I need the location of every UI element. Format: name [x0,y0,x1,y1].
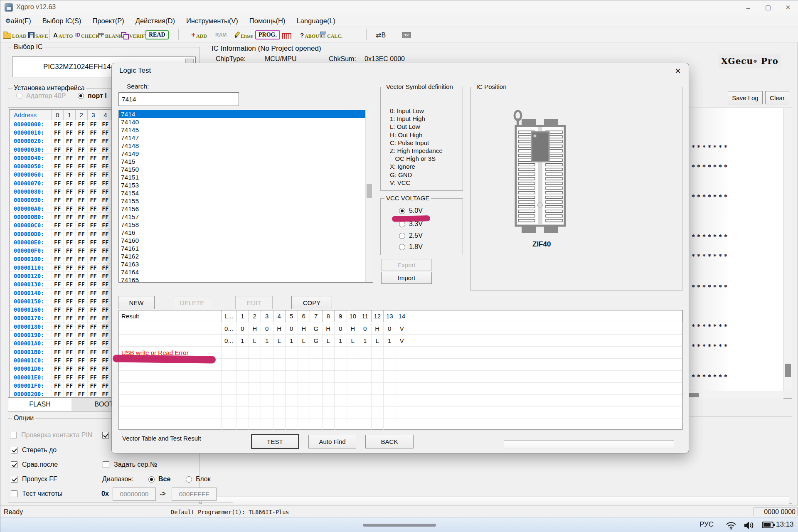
hex-cell[interactable]: FF [76,154,88,162]
about-button[interactable]: ?ABOUT [300,29,323,41]
list-item[interactable]: 74164 [119,268,373,276]
clear-button[interactable]: Clear [765,91,789,104]
hex-cell[interactable]: FF [99,390,111,398]
maximize-icon[interactable]: ▢ [759,0,778,15]
verify-button[interactable]: VERIFY [121,29,148,41]
erase-button[interactable]: Erase [233,29,253,41]
hex-cell[interactable]: FF [76,348,88,356]
hex-cell[interactable]: FF [52,120,64,128]
range-all-radio[interactable] [148,476,155,483]
tv-button[interactable]: TV [402,29,411,41]
verify-after-checkbox[interactable] [11,461,17,468]
list-item[interactable]: 74162 [119,252,373,260]
hex-cell[interactable]: FF [64,281,76,288]
hex-cell[interactable]: FF [76,255,88,263]
add-button[interactable]: +ADD [191,29,207,41]
auto-find-button[interactable]: Auto Find [308,435,356,448]
hex-cell[interactable]: FF [76,162,88,170]
taskbar-clock[interactable]: 13:13 [776,520,794,529]
hex-cell[interactable]: FF [88,120,100,128]
hex-cell[interactable]: FF [52,187,64,195]
list-item[interactable]: 74163 [119,260,373,268]
hex-cell[interactable]: FF [88,179,100,187]
hex-cell[interactable]: FF [64,137,76,145]
hex-cell[interactable]: FF [52,289,64,297]
hex-cell[interactable]: FF [99,272,111,280]
hex-cell[interactable]: FF [64,162,76,170]
hex-cell[interactable]: FF [76,323,88,330]
hex-cell[interactable]: FF [64,373,76,381]
hex-cell[interactable]: FF [64,196,76,204]
hex-cell[interactable]: FF [99,162,111,170]
hex-cell[interactable]: FF [99,306,111,314]
hex-cell[interactable]: FF [52,204,64,212]
new-button[interactable]: NEW [118,296,155,309]
hex-cell[interactable]: FF [64,264,76,271]
hex-cell[interactable]: FF [64,390,76,398]
log-hscrollbar[interactable] [687,391,783,399]
hex-cell[interactable]: FF [88,340,100,347]
list-item[interactable]: 74165 [119,276,373,283]
hex-cell[interactable]: FF [52,145,64,153]
hex-cell[interactable]: FF [64,187,76,195]
hex-cell[interactable]: FF [76,204,88,212]
menu-item-0[interactable]: Файл(F) [5,17,31,25]
hex-cell[interactable]: FF [88,187,100,195]
range-from-input[interactable]: 00000000 [113,488,156,501]
hex-cell[interactable]: FF [88,255,100,263]
minimize-icon[interactable]: – [739,0,758,15]
hex-cell[interactable]: FF [76,145,88,153]
hex-cell[interactable]: FF [88,373,100,381]
hex-cell[interactable]: FF [64,365,76,373]
hex-cell[interactable]: FF [76,120,88,128]
hex-cell[interactable]: FF [52,281,64,288]
hex-cell[interactable]: FF [99,222,111,229]
taskbar-language[interactable]: РУС [699,520,714,529]
hex-cell[interactable]: FF [88,297,100,305]
hex-cell[interactable]: FF [88,196,100,204]
hex-cell[interactable]: FF [88,348,100,356]
hex-cell[interactable]: FF [99,373,111,381]
hex-cell[interactable]: FF [64,289,76,297]
hex-cell[interactable]: FF [52,348,64,356]
hex-cell[interactable]: FF [99,120,111,128]
hex-cell[interactable]: FF [99,289,111,297]
search-input[interactable]: 7414 [118,92,239,106]
hex-cell[interactable]: FF [64,382,76,389]
hex-cell[interactable]: FF [76,365,88,373]
hex-cell[interactable]: FF [88,323,100,330]
hex-cell[interactable]: FF [88,281,100,288]
hex-cell[interactable]: FF [88,289,100,297]
hex-cell[interactable]: FF [52,297,64,305]
hex-cell[interactable]: FF [52,171,64,179]
list-item[interactable]: 74160 [119,236,373,244]
list-item[interactable]: 74140 [119,118,373,126]
hex-cell[interactable]: FF [99,323,111,330]
hex-cell[interactable]: FF [76,213,88,221]
hex-cell[interactable]: FF [99,264,111,271]
hex-cell[interactable]: FF [64,314,76,322]
test-button[interactable]: TEST [251,434,299,449]
hex-cell[interactable]: FF [76,340,88,347]
save-log-button[interactable]: Save Log [728,91,763,104]
vcc-radio-1.8V[interactable] [399,244,405,250]
hex-cell[interactable]: FF [64,272,76,280]
list-item[interactable]: 7414 [119,110,373,118]
hscroll-thumb-icon[interactable] [689,393,699,397]
range-block-radio[interactable] [186,476,192,483]
hex-cell[interactable]: FF [76,128,88,136]
hex-cell[interactable]: FF [99,297,111,305]
hex-cell[interactable]: FF [76,230,88,238]
hex-cell[interactable]: FF [52,255,64,263]
hex-cell[interactable]: FF [88,382,100,389]
hex-cell[interactable]: FF [64,222,76,229]
hex-cell[interactable]: FF [88,145,100,153]
vcc-radio-3.3V[interactable] [399,221,405,227]
list-item[interactable]: 74151 [119,173,373,181]
hex-cell[interactable]: FF [52,128,64,136]
calc-button[interactable]: CALC. [320,29,342,41]
skip-ff-checkbox[interactable] [11,476,17,483]
menu-item-1[interactable]: Выбор IC(S) [42,17,81,25]
list-item[interactable]: 74161 [119,244,373,252]
list-item[interactable]: 74154 [119,189,373,197]
